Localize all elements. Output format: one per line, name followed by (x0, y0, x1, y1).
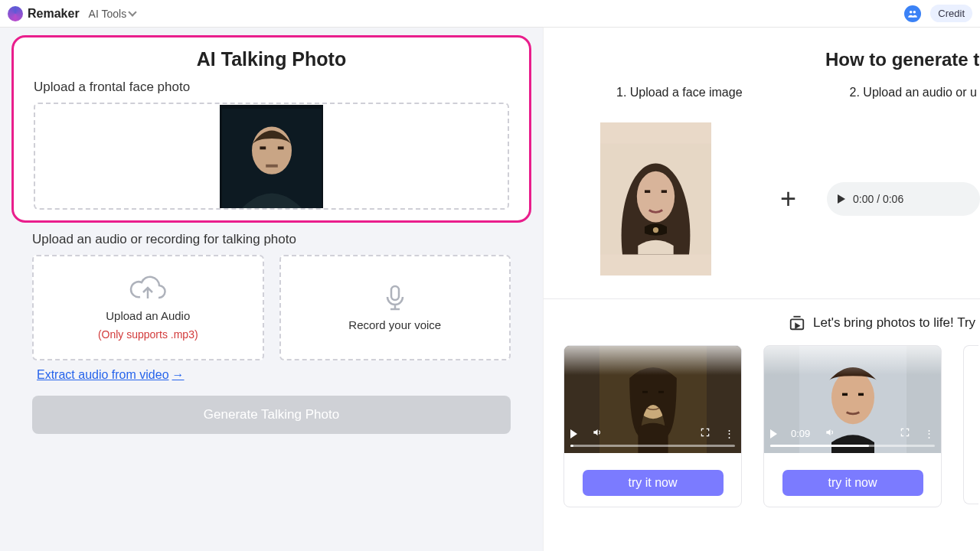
volume-icon[interactable] (591, 427, 603, 440)
demo-audio-player[interactable]: 0:00 / 0:06 (827, 182, 980, 216)
nav-ai-tools-label: AI Tools (89, 8, 127, 20)
svg-rect-6 (266, 164, 278, 167)
brand-logo[interactable]: Remaker (8, 6, 80, 21)
svg-rect-16 (642, 391, 648, 393)
arrow-right-icon: → (172, 368, 185, 382)
community-icon[interactable] (904, 5, 921, 22)
right-panel: How to generate tal 1. Upload a face ima… (544, 28, 980, 551)
credit-label: Credit (938, 8, 965, 19)
step-1-label: 1. Upload a face image (616, 86, 743, 99)
try-it-now-button[interactable]: try it now (782, 470, 923, 496)
microphone-icon (384, 285, 407, 312)
page-title: AI Talking Photo (34, 48, 509, 70)
svg-rect-7 (391, 286, 399, 300)
record-voice-text: Record your voice (348, 318, 441, 331)
svg-rect-10 (645, 190, 650, 193)
top-bar: Remaker AI Tools Credit (0, 0, 980, 28)
svg-point-19 (831, 370, 874, 424)
sample-card-3-peek[interactable] (963, 345, 978, 504)
video-time-label: 0:09 (791, 428, 810, 439)
face-upload-dropzone[interactable] (34, 103, 509, 210)
extract-audio-link[interactable]: Extract audio from video → (37, 368, 185, 382)
nav-ai-tools[interactable]: AI Tools (89, 8, 136, 20)
record-voice-card[interactable]: Record your voice (279, 255, 511, 360)
fullscreen-icon[interactable] (700, 427, 710, 440)
bring-to-life-label: Let's bring photos to life! Try (813, 315, 975, 331)
svg-point-9 (637, 171, 675, 223)
chevron-down-icon (128, 8, 136, 16)
svg-rect-11 (662, 190, 667, 193)
face-upload-section: AI Talking Photo Upload a frontal face p… (11, 35, 531, 223)
cloud-upload-icon (129, 276, 166, 303)
sample-video-2[interactable]: 0:09 ⋮ (764, 346, 941, 453)
upload-audio-text: Upload an Audio (106, 309, 190, 322)
upload-audio-card[interactable]: Upload an Audio (Only supports .mp3) (32, 255, 264, 360)
svg-point-12 (653, 227, 658, 233)
brand-name: Remaker (28, 7, 80, 21)
howto-title: How to generate tal (825, 49, 980, 70)
more-icon[interactable]: ⋮ (724, 428, 735, 439)
play-icon[interactable] (770, 429, 777, 439)
fullscreen-icon[interactable] (900, 427, 910, 440)
svg-rect-20 (842, 393, 848, 396)
try-it-now-button[interactable]: try it now (583, 470, 724, 496)
sample-card-1: ⋮ try it now (564, 345, 742, 507)
play-icon[interactable] (570, 429, 577, 439)
plus-icon: + (780, 183, 796, 215)
extract-audio-link-label: Extract audio from video (37, 368, 169, 382)
volume-icon[interactable] (824, 427, 836, 440)
svg-rect-4 (260, 146, 266, 149)
svg-rect-5 (277, 146, 283, 149)
svg-point-0 (910, 10, 913, 12)
svg-rect-21 (858, 393, 864, 396)
upload-audio-note: (Only supports .mp3) (98, 328, 198, 341)
generate-button[interactable]: Generate Talking Photo (32, 396, 511, 434)
audio-time-label: 0:00 / 0:06 (853, 193, 903, 205)
video-gallery-icon (789, 315, 805, 331)
upload-face-label: Upload a frontal face photo (34, 80, 509, 95)
sample-video-1[interactable]: ⋮ (564, 346, 741, 453)
step-2-label: 2. Upload an audio or u (850, 86, 977, 99)
left-panel: AI Talking Photo Upload a frontal face p… (0, 28, 544, 551)
play-icon[interactable] (838, 194, 845, 204)
svg-point-1 (913, 10, 916, 12)
demo-face-image (600, 122, 711, 276)
sample-card-2: 0:09 ⋮ (763, 345, 942, 507)
upload-audio-label: Upload an audio or recording for talking… (32, 232, 511, 247)
samples-row: ⋮ try it now (544, 342, 980, 507)
svg-rect-17 (658, 391, 664, 393)
credit-pill[interactable]: Credit (930, 5, 972, 22)
uploaded-face-thumbnail[interactable] (220, 105, 323, 208)
more-icon[interactable]: ⋮ (924, 428, 935, 439)
logo-mark-icon (8, 6, 23, 21)
